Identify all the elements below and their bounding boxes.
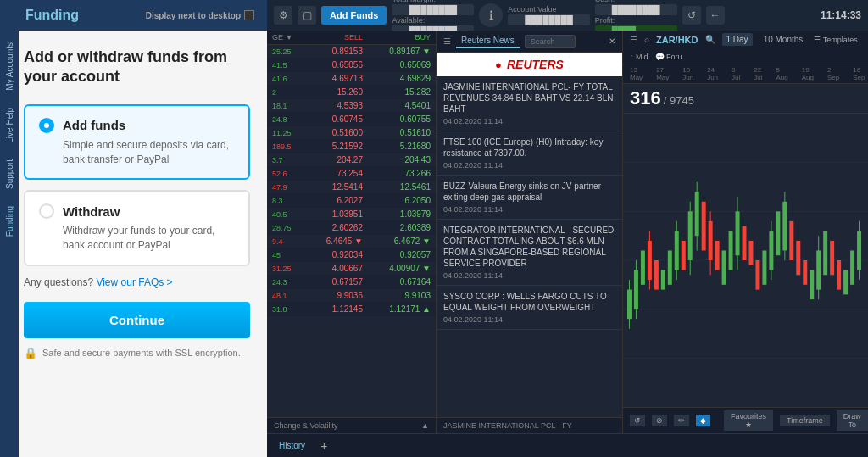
radio-withdraw[interactable] [39, 203, 54, 219]
add-tab-button[interactable]: + [320, 439, 327, 453]
news-search-input[interactable] [525, 35, 576, 48]
lock-icon: 🔒 [24, 347, 37, 359]
svg-rect-15 [668, 250, 672, 284]
svg-rect-48 [837, 260, 841, 290]
price-row[interactable]: 40.51.039511.03979 [267, 208, 436, 221]
total-margin-value: ████████ [392, 4, 474, 15]
news-time: 04.02.2020 11:14 [443, 315, 615, 324]
account-value: ████████ [508, 14, 590, 25]
chart-area: ☰ ⌕ ZAR/HKD 🔍 1 Day 10 Months ☰ Template… [623, 31, 868, 433]
candlestick-chart[interactable] [623, 114, 868, 407]
refresh-chart-btn[interactable]: ↺ [630, 415, 645, 426]
news-item[interactable]: BUZZ-Valeura Energy sinks on JV partner … [437, 176, 622, 220]
option-add-funds[interactable]: Add funds Simple and secure deposits via… [24, 104, 250, 181]
change-volatility-bar: Change & Volatility ▲ [267, 417, 436, 433]
sidebar-item-my-accounts[interactable]: My Accounts [3, 34, 17, 99]
change-volatility-icon: ▲ [421, 421, 429, 430]
close-news-icon[interactable]: ✕ [609, 36, 615, 46]
news-time: 04.02.2020 11:14 [443, 271, 615, 280]
price-row[interactable]: 18.14.53934.5401 [267, 99, 436, 113]
chart-pair: ZAR/HKD [656, 35, 698, 45]
refresh-icon[interactable]: ↺ [682, 6, 701, 25]
svg-rect-46 [823, 231, 827, 275]
price-row[interactable]: 24.30.671570.67164 [267, 276, 436, 289]
chart-price-sub: / 9745 [664, 94, 694, 107]
price-row[interactable]: 9.46.4645 ▼6.4672 ▼ [267, 235, 436, 248]
continue-button[interactable]: Continue [24, 302, 250, 338]
timeframe-btn[interactable]: Timeframe [780, 415, 830, 426]
price-row[interactable]: 24.80.607450.60755 [267, 113, 436, 126]
radio-add-funds[interactable] [39, 118, 54, 133]
chart-templates-btn[interactable]: ☰ Templates [814, 36, 857, 44]
price-row[interactable]: 48.19.90369.9103 [267, 289, 436, 303]
faq-link[interactable]: View our FAQs > [96, 276, 172, 288]
chart-tab-10months[interactable]: 10 Months [760, 33, 808, 46]
faq-prefix: Any questions? [24, 276, 93, 288]
top-bar: ⚙ ▢ Add Funds Total Margin: ████████ Ava… [267, 0, 868, 31]
display-next-option[interactable]: Display next to desktop [146, 10, 254, 20]
active-chart-tool[interactable]: ◆ [696, 415, 710, 426]
option-withdraw-title: Withdraw [63, 204, 120, 219]
back-icon[interactable]: ← [706, 6, 725, 25]
faq-section: Any questions? View our FAQs > [24, 276, 250, 288]
svg-rect-50 [850, 250, 854, 284]
news-item[interactable]: SYSCO CORP : WELLS FARGO CUTS TO EQUAL W… [437, 286, 622, 330]
sidebar-item-funding[interactable]: Funding [3, 198, 17, 245]
svg-rect-32 [748, 241, 753, 265]
price-table-header: GE ▼ SELL BUY [267, 31, 436, 45]
panel-header: Funding Display next to desktop [0, 0, 267, 31]
info-icon[interactable]: ℹ [479, 3, 503, 27]
price-row[interactable]: 25.250.891530.89167 ▼ [267, 45, 436, 59]
hamburger-icon[interactable]: ☰ [443, 36, 451, 46]
price-row[interactable]: 28.752.602622.60389 [267, 221, 436, 235]
display-next-checkbox[interactable] [244, 10, 254, 20]
news-time: 04.02.2020 11:14 [443, 117, 615, 125]
price-row[interactable]: 8.36.20276.2050 [267, 194, 436, 208]
price-row[interactable]: 41.50.650560.65069 [267, 59, 436, 72]
settings-icon[interactable]: ⚙ [274, 6, 292, 25]
history-tab[interactable]: History [274, 437, 310, 454]
price-row[interactable]: 189.55.215925.21680 [267, 140, 436, 153]
svg-rect-28 [729, 231, 733, 270]
price-row[interactable]: 41.64.697134.69829 [267, 72, 436, 86]
chart-menu-icon[interactable]: ☰ [630, 35, 637, 44]
side-tabs: My Accounts Live Help Support Funding [0, 31, 19, 457]
chart-mid-btn[interactable]: ↕ Mid [630, 53, 648, 61]
news-panel: ☰ Reuters News ✕ ● REUTERS JASMINE INTER… [437, 31, 623, 433]
cash-value: ████████ [595, 4, 677, 15]
reuters-news-tab[interactable]: Reuters News [456, 34, 520, 48]
window-icon[interactable]: ▢ [298, 6, 316, 25]
cash-label: Cash: [595, 0, 677, 3]
price-row[interactable]: 215.26015.282 [267, 86, 436, 99]
price-row[interactable]: 3.7204.27204.43 [267, 153, 436, 167]
svg-rect-41 [796, 241, 800, 275]
price-row[interactable]: 11.250.516000.51610 [267, 126, 436, 140]
news-item[interactable]: JASMINE INTERNATIONAL PCL- FY TOTAL REVE… [437, 76, 622, 131]
news-time: 04.02.2020 11:14 [443, 161, 615, 170]
favourites-btn[interactable]: Favourites ★ [724, 410, 773, 431]
news-item[interactable]: FTSE 100 (ICE Europe) (H0) Intraday: key… [437, 131, 622, 176]
news-title: NTEGRATOR INTERNATIONAL - SECURED CONTRA… [443, 225, 615, 269]
news-title: SYSCO CORP : WELLS FARGO CUTS TO EQUAL W… [443, 291, 615, 313]
price-row[interactable]: 47.912.541412.5461 [267, 181, 436, 194]
chart-pair-search[interactable]: 🔍 [705, 35, 715, 44]
option-withdraw[interactable]: Withdraw Withdraw your funds to your car… [24, 190, 250, 266]
sidebar-item-live-help[interactable]: Live Help [3, 99, 17, 152]
chart-search-icon[interactable]: ⌕ [644, 35, 649, 44]
draw-tools-btn[interactable]: Draw To [837, 410, 868, 431]
draw-chart-btn[interactable]: ✏ [674, 415, 689, 426]
svg-rect-34 [762, 250, 766, 284]
news-item[interactable]: NTEGRATOR INTERNATIONAL - SECURED CONTRA… [437, 220, 622, 286]
add-funds-top-button[interactable]: Add Funds [321, 6, 387, 25]
price-row[interactable]: 52.673.25473.266 [267, 167, 436, 181]
price-row[interactable]: 31.81.121451.12171 ▲ [267, 303, 436, 316]
left-panel: My Accounts Live Help Support Funding Fu… [0, 0, 267, 457]
option-add-funds-desc: Simple and secure deposits via card, ban… [63, 138, 235, 167]
sidebar-item-support[interactable]: Support [3, 151, 17, 198]
chart-tab-1day[interactable]: 1 Day [722, 33, 753, 46]
panel-content: Add or withdraw funds from your account … [0, 31, 267, 457]
price-row[interactable]: 450.920340.92057 [267, 248, 436, 262]
chart-forum-btn[interactable]: 💬 Foru [655, 53, 682, 61]
price-row[interactable]: 31.254.006674.00907 ▼ [267, 262, 436, 276]
stop-chart-btn[interactable]: ⊘ [652, 415, 667, 426]
